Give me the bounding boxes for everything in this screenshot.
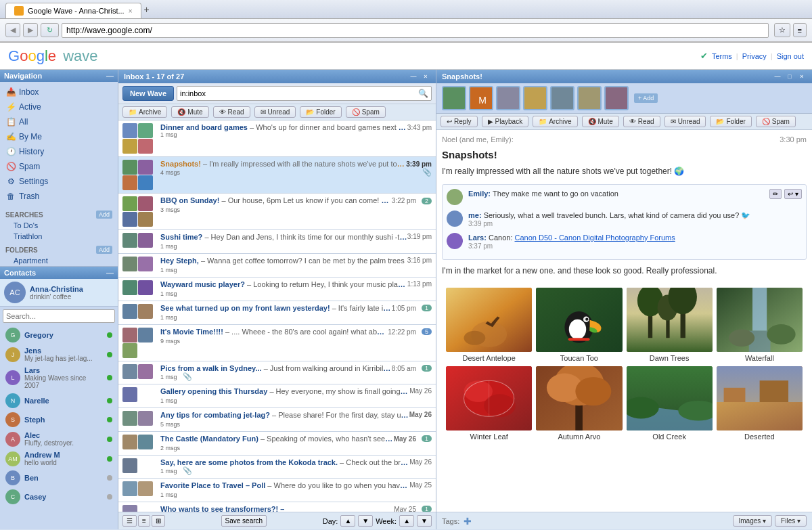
nav-item-inbox[interactable]: 📥 Inbox xyxy=(0,85,118,100)
add-folder-button[interactable]: Add xyxy=(96,246,112,254)
playback-button[interactable]: ▶ Playback xyxy=(482,116,529,127)
wave-folder-button[interactable]: 📂 Folder xyxy=(710,116,751,127)
photo-item-creek[interactable]: Old Creek xyxy=(627,366,713,441)
search-item-todos[interactable]: To Do's xyxy=(0,220,118,231)
wave-item[interactable]: It's Movie Time!!!! – .... Wheee - the 8… xyxy=(118,325,436,361)
new-tab-button[interactable]: + xyxy=(144,4,150,15)
browser-tab[interactable]: Google Wave - Anna-Christ... × xyxy=(5,3,141,18)
wave-item[interactable]: Snapshots! – I'm really impressed with a… xyxy=(118,157,436,194)
add-tag-button[interactable]: ✚ xyxy=(464,516,472,527)
contact-search-input[interactable] xyxy=(3,309,115,323)
wave-item[interactable]: Hey Steph, – Wanna get coffee tomorrow? … xyxy=(118,254,436,278)
spam-button[interactable]: 🚫 Spam xyxy=(346,106,386,118)
photo-item-leaf[interactable]: Winter Leaf xyxy=(446,366,532,441)
contact-item-jens[interactable]: J Jens My jet-lag has jet-lag... xyxy=(0,345,118,364)
wave-avatars xyxy=(122,481,156,499)
contact-item-andrewm[interactable]: AM Andrew M hello world xyxy=(0,449,118,468)
wave-close-btn[interactable]: × xyxy=(797,72,807,81)
back-button[interactable]: ◀ xyxy=(5,23,20,37)
contact-item-casey[interactable]: C Casey xyxy=(0,487,118,506)
contact-item-ben[interactable]: B Ben xyxy=(0,468,118,487)
images-button[interactable]: Images ▾ xyxy=(733,515,773,527)
search-submit-icon[interactable]: 🔍 xyxy=(418,89,428,98)
nav-item-history[interactable]: 🕐 History xyxy=(0,144,118,159)
refresh-button[interactable]: ↻ xyxy=(41,23,59,37)
contact-item-lars[interactable]: L Lars Making Waves since 2007 xyxy=(0,364,118,391)
menu-button[interactable]: ≡ xyxy=(793,23,807,37)
wave-minimize-btn[interactable]: — xyxy=(773,72,782,81)
nav-item-active[interactable]: ⚡ Active xyxy=(0,100,118,114)
edit-btn[interactable]: ✏ xyxy=(769,189,782,199)
wave-archive-button[interactable]: 📁 Archive xyxy=(533,116,577,127)
signout-link[interactable]: Sign out xyxy=(777,52,804,60)
reply-button[interactable]: ↩ Reply xyxy=(441,116,478,127)
tab-close-btn[interactable]: × xyxy=(129,7,133,15)
nav-item-all[interactable]: 📋 All xyxy=(0,114,118,129)
bookmark-button[interactable]: ☆ xyxy=(774,23,790,37)
wave-item[interactable]: Say, here are some photos from the Kokod… xyxy=(118,456,436,479)
wave-read-button[interactable]: 👁 Read xyxy=(623,116,660,127)
compact-view-btn[interactable]: ≡ xyxy=(138,515,150,527)
photo-item-waterfall[interactable]: Waterfall xyxy=(717,288,803,362)
wave-spam-button[interactable]: 🚫 Spam xyxy=(756,116,796,127)
add-participant-button[interactable]: + Add xyxy=(634,93,658,103)
day-prev-btn[interactable]: ▲ xyxy=(340,515,355,527)
list-view-btn[interactable]: ☰ xyxy=(122,515,137,527)
inbox-search-input[interactable] xyxy=(180,87,418,100)
wave-item[interactable]: Gallery opening this Thursday – Hey ever… xyxy=(118,384,436,408)
wave-item[interactable]: Favorite Place to Travel – Poll – Where … xyxy=(118,479,436,502)
photo-item-toucan[interactable]: Toucan Too xyxy=(536,288,622,362)
folder-item-apartment[interactable]: Apartment xyxy=(0,255,118,266)
nav-item-settings[interactable]: ⚙ Settings xyxy=(0,174,118,189)
day-next-btn[interactable]: ▼ xyxy=(358,515,373,527)
photo-item-deserted[interactable]: Deserted xyxy=(717,366,803,441)
wave-unread-button[interactable]: ✉ Unread xyxy=(664,116,706,127)
wave-mute-button[interactable]: 🔇 Mute xyxy=(582,116,619,127)
new-wave-button[interactable]: New Wave xyxy=(122,86,174,101)
nav-item-trash[interactable]: 🗑 Trash xyxy=(0,189,118,204)
privacy-link[interactable]: Privacy xyxy=(742,52,767,60)
photo-item-desert[interactable]: Desert Antelope xyxy=(446,288,532,362)
photo-item-autumn[interactable]: Autumn Arvo xyxy=(536,366,622,441)
wave-resize-btn[interactable]: □ xyxy=(785,72,794,81)
contact-item-narelle[interactable]: N Narelle xyxy=(0,391,118,410)
wave-item[interactable]: Pics from a walk in Sydney... – Just fro… xyxy=(118,361,436,384)
view-buttons: ☰ ≡ ⊞ xyxy=(122,515,165,527)
wave-item[interactable]: Wayward music player? – Looking to retur… xyxy=(118,278,436,301)
terms-link[interactable]: Terms xyxy=(712,52,732,60)
contact-item-gregory[interactable]: G Gregory xyxy=(0,326,118,345)
wave-item[interactable]: Dinner and board games – Who's up for di… xyxy=(118,120,436,157)
canon-link[interactable]: Canon D50 - Canon Digital Photography Fo… xyxy=(515,234,675,242)
nav-minimize-btn[interactable]: — xyxy=(106,72,114,80)
unread-button[interactable]: ✉ Unread xyxy=(254,106,296,118)
forward-button[interactable]: ▶ xyxy=(23,23,38,37)
read-button[interactable]: 👁 Read xyxy=(213,106,250,118)
nav-item-byme[interactable]: ✍ By Me xyxy=(0,129,118,144)
week-prev-btn[interactable]: ▲ xyxy=(399,515,414,527)
archive-button[interactable]: 📁 Archive xyxy=(122,106,167,118)
wave-item[interactable]: The Castle (Mandatory Fun) – Speaking of… xyxy=(118,432,436,456)
reply-msg-btn[interactable]: ↩ ▾ xyxy=(784,189,802,199)
contact-item-steph[interactable]: S Steph xyxy=(0,410,118,429)
mute-button[interactable]: 🔇 Mute xyxy=(171,106,208,118)
nav-item-spam[interactable]: 🚫 Spam xyxy=(0,159,118,174)
wave-item[interactable]: Any tips for combating jet-lag? – Please… xyxy=(118,408,436,432)
address-bar[interactable] xyxy=(62,23,769,38)
inbox-minimize-btn[interactable]: — xyxy=(409,72,418,81)
wave-item[interactable]: Sushi time? – Hey Dan and Jens, I think … xyxy=(118,230,436,254)
files-button[interactable]: Files ▾ xyxy=(775,515,807,527)
wave-item[interactable]: Who wants to see transformers?! – May 25… xyxy=(118,502,436,512)
lars-avatar xyxy=(447,233,463,249)
save-search-button[interactable]: Save search xyxy=(221,515,267,527)
folder-button[interactable]: 📂 Folder xyxy=(300,106,341,118)
wave-item[interactable]: BBQ on Sunday! – Our house, 6pm Let us k… xyxy=(118,194,436,230)
search-item-triathlon[interactable]: Triathlon xyxy=(0,231,118,242)
wave-item[interactable]: See what turned up on my front lawn yest… xyxy=(118,301,436,325)
grid-view-btn[interactable]: ⊞ xyxy=(152,515,165,527)
contact-item-alec[interactable]: A Alec Fluffy, destroyer. xyxy=(0,429,118,449)
photo-item-trees[interactable]: Dawn Trees xyxy=(627,288,713,362)
inbox-close-btn[interactable]: × xyxy=(421,72,430,81)
contacts-minimize-btn[interactable]: — xyxy=(106,269,114,277)
week-next-btn[interactable]: ▼ xyxy=(417,515,432,527)
add-search-button[interactable]: Add xyxy=(96,211,112,219)
